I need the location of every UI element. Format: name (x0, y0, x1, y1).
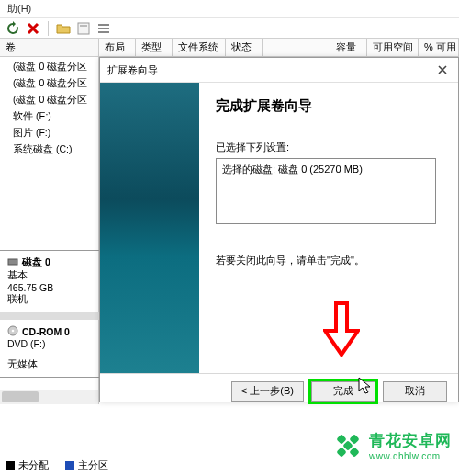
volume-tree-pane: 卷 (磁盘 0 磁盘分区 (磁盘 0 磁盘分区 (磁盘 0 磁盘分区 软件 (E… (0, 39, 99, 404)
toolbar-separator (48, 21, 49, 36)
col-layout[interactable]: 布局 (99, 39, 136, 56)
back-button[interactable]: < 上一步(B) (231, 381, 304, 402)
watermark: 青花安卓网 www.qhhlw.com (332, 430, 452, 461)
svg-rect-12 (342, 440, 353, 450)
wizard-title: 扩展卷向导 (107, 63, 158, 77)
volume-item[interactable]: 软件 (E:) (0, 108, 98, 125)
col-filesystem[interactable]: 文件系统 (173, 39, 226, 56)
wizard-button-row: < 上一步(B) 完成 取消 (100, 373, 458, 408)
legend-unallocated: 未分配 (6, 459, 49, 472)
views-icon[interactable] (96, 21, 111, 36)
disk-separator (0, 312, 99, 320)
svg-rect-4 (98, 31, 109, 33)
disk-entry[interactable]: 磁盘 0 基本 465.75 GB 联机 (0, 251, 99, 312)
wizard-titlebar[interactable]: 扩展卷向导 (100, 58, 458, 83)
col-freespace[interactable]: 可用空间 (367, 39, 419, 56)
svg-rect-0 (78, 23, 89, 34)
svg-rect-2 (98, 24, 109, 26)
wizard-selected-box[interactable]: 选择的磁盘: 磁盘 0 (25270 MB) (216, 158, 436, 224)
refresh-icon[interactable] (6, 21, 20, 36)
horizontal-scrollbar[interactable] (0, 390, 98, 404)
extend-volume-wizard: 扩展卷向导 完成扩展卷向导 已选择下列设置: 选择的磁盘: 磁盘 0 (2527… (99, 57, 459, 402)
volume-tree: (磁盘 0 磁盘分区 (磁盘 0 磁盘分区 (磁盘 0 磁盘分区 软件 (E:)… (0, 57, 98, 160)
svg-point-7 (12, 330, 15, 333)
volume-item[interactable]: 图片 (F:) (0, 125, 98, 142)
watermark-text-url: www.qhhlw.com (369, 451, 452, 461)
wizard-content: 完成扩展卷向导 已选择下列设置: 选择的磁盘: 磁盘 0 (25270 MB) … (199, 83, 458, 373)
disk-name: 磁盘 0 (22, 256, 50, 269)
volume-column-header[interactable]: 卷 (0, 39, 98, 57)
toolbar (0, 18, 459, 39)
watermark-logo-icon (332, 430, 364, 461)
volume-item[interactable]: (磁盘 0 磁盘分区 (0, 75, 98, 92)
cancel-button[interactable]: 取消 (383, 381, 447, 402)
menubar: 助(H) (0, 0, 459, 18)
wizard-heading: 完成扩展卷向导 (216, 97, 442, 115)
scrollbar-thumb[interactable] (2, 391, 39, 402)
disk-entry[interactable]: CD-ROM 0 DVD (F:) 无媒体 (0, 320, 99, 378)
disk-name: CD-ROM 0 (22, 326, 70, 337)
svg-rect-1 (80, 25, 87, 27)
svg-rect-9 (349, 434, 359, 444)
svg-rect-10 (336, 447, 346, 457)
watermark-text-cn: 青花安卓网 (369, 430, 452, 451)
legend-primary: 主分区 (65, 459, 108, 472)
col-capacity[interactable]: 容量 (330, 39, 367, 56)
wizard-sidebar-graphic (100, 83, 199, 373)
swatch-black-icon (6, 461, 15, 470)
disk-status: 联机 (7, 293, 92, 306)
legend: 未分配 主分区 (6, 459, 108, 472)
disk-icon (7, 256, 18, 269)
wizard-selected-label: 已选择下列设置: (216, 141, 442, 154)
disk-type: DVD (F:) (7, 338, 92, 349)
volume-item[interactable]: 系统磁盘 (C:) (0, 142, 98, 158)
column-headers: 布局 类型 文件系统 状态 容量 可用空间 % 可用 (99, 39, 459, 57)
svg-rect-3 (98, 28, 109, 29)
disk-status: 无媒体 (7, 358, 92, 371)
cdrom-icon (7, 325, 18, 338)
disk-size: 465.75 GB (7, 282, 92, 293)
close-button[interactable] (434, 62, 451, 78)
disk-type: 基本 (7, 269, 92, 282)
disk-panel: 磁盘 0 基本 465.75 GB 联机 CD-ROM 0 DVD (F:) 无… (0, 250, 99, 378)
finish-button[interactable]: 完成 (311, 381, 375, 402)
app-window: 助(H) 卷 (磁盘 0 磁盘分区 (磁盘 0 磁盘分区 (磁盘 0 磁盘分区 (0, 0, 459, 476)
swatch-blue-icon (65, 461, 74, 470)
volume-item[interactable]: (磁盘 0 磁盘分区 (0, 59, 98, 75)
svg-rect-8 (336, 434, 346, 444)
close-icon[interactable] (26, 21, 40, 36)
props-icon[interactable] (76, 21, 91, 36)
volume-item[interactable]: (磁盘 0 磁盘分区 (0, 92, 98, 108)
svg-rect-11 (349, 447, 359, 457)
svg-rect-5 (8, 259, 17, 265)
folder-icon[interactable] (56, 21, 71, 36)
col-type[interactable]: 类型 (136, 39, 173, 56)
menu-help[interactable]: 助(H) (7, 3, 31, 14)
col-status[interactable]: 状态 (226, 39, 263, 56)
col-pctfree[interactable]: % 可用 (419, 39, 459, 56)
wizard-hint: 若要关闭此向导，请单击"完成"。 (216, 254, 442, 267)
